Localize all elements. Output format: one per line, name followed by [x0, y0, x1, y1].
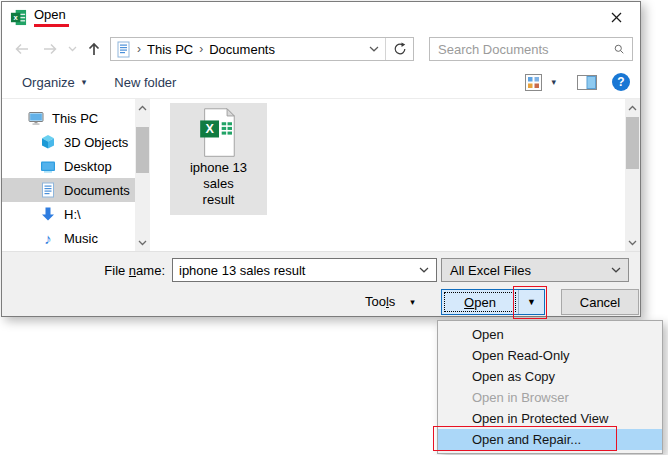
open-dropdown-menu: Open Open Read-Only Open as Copy Open in…: [437, 320, 663, 454]
file-type-value: All Excel Files: [442, 263, 611, 278]
tools-caret-icon: ▾: [410, 297, 415, 307]
forward-arrow-icon: [42, 41, 58, 57]
tools-button[interactable]: Tools ▾: [365, 294, 415, 309]
address-bar[interactable]: › This PC › Documents: [110, 37, 414, 61]
excel-app-icon: x: [10, 9, 27, 26]
menu-item-open[interactable]: Open: [438, 324, 662, 345]
sidebar-label: Music: [64, 231, 98, 246]
views-caret-icon[interactable]: ▾: [551, 77, 556, 87]
screenshot-canvas: x Open: [0, 0, 668, 455]
file-name-label: iphone 13 sales result: [190, 160, 247, 208]
scroll-down-icon[interactable]: [135, 235, 150, 250]
sidebar-item-desktop[interactable]: Desktop: [2, 154, 135, 178]
tools-label: Tools: [365, 294, 395, 309]
dialog-footer: File name: All Excel Files Tools ▾: [2, 251, 640, 316]
scroll-up-icon[interactable]: [625, 100, 640, 115]
menu-item-open-in-protected-view[interactable]: Open in Protected View: [438, 408, 662, 429]
excel-file-icon: X: [197, 107, 241, 159]
menu-item-open-in-browser: Open in Browser: [438, 387, 662, 408]
window-title: Open: [34, 7, 69, 27]
svg-text:X: X: [205, 122, 214, 136]
refresh-icon: [393, 42, 407, 56]
close-icon: [611, 12, 622, 23]
tiles-view-icon[interactable]: [525, 74, 542, 91]
file-list-scrollbar[interactable]: [625, 99, 640, 251]
caret-down-icon: ▾: [82, 77, 87, 87]
preview-pane-icon[interactable]: [577, 75, 597, 90]
file-list-area: X iphone 13 sales result: [150, 99, 640, 251]
scroll-up-icon[interactable]: [135, 100, 150, 115]
sidebar-item-this-pc[interactable]: This PC: [2, 106, 135, 130]
breadcrumb-separator: ›: [199, 42, 203, 56]
organize-button[interactable]: Organize ▾: [22, 75, 86, 90]
sidebar-item-3d-objects[interactable]: 3D Objects: [2, 130, 135, 154]
sidebar-label: H:\: [64, 207, 81, 222]
new-folder-label: New folder: [114, 75, 176, 90]
command-toolbar: Organize ▾ New folder ▾: [2, 66, 640, 99]
sidebar-label: Documents: [64, 183, 130, 198]
sidebar-scrollbar[interactable]: [135, 99, 150, 251]
navigation-bar: › This PC › Documents: [2, 32, 640, 66]
help-icon: ?: [617, 75, 624, 89]
sidebar-label: Desktop: [64, 159, 112, 174]
menu-arrow-icon: ▼: [527, 297, 536, 307]
menu-item-open-as-copy[interactable]: Open as Copy: [438, 366, 662, 387]
sidebar-item-documents[interactable]: Documents: [2, 178, 135, 202]
up-button[interactable]: [86, 41, 102, 57]
scroll-down-icon[interactable]: [625, 235, 640, 250]
up-arrow-icon: [86, 41, 102, 57]
scrollbar-thumb[interactable]: [626, 117, 639, 169]
file-type-dropdown-icon: [611, 267, 621, 273]
back-arrow-icon: [14, 41, 30, 57]
file-name-field-label: File name:: [2, 263, 165, 278]
new-folder-button[interactable]: New folder: [114, 75, 176, 90]
menu-item-open-and-repair[interactable]: Open and Repair...: [438, 429, 662, 450]
title-bar: x Open: [2, 2, 640, 32]
scrollbar-thumb[interactable]: [136, 127, 149, 173]
navigation-pane: This PC 3D Objects Des: [2, 99, 150, 251]
menu-item-open-read-only[interactable]: Open Read-Only: [438, 345, 662, 366]
breadcrumb-documents[interactable]: Documents: [209, 42, 275, 57]
file-name-dropdown-icon[interactable]: [419, 267, 429, 273]
search-icon[interactable]: [614, 42, 624, 56]
close-button[interactable]: [594, 3, 639, 31]
sidebar-label: 3D Objects: [64, 135, 128, 150]
cancel-label: Cancel: [580, 295, 620, 310]
open-button[interactable]: Open: [442, 290, 518, 314]
open-dropdown-button[interactable]: ▼: [519, 290, 544, 314]
breadcrumb-this-pc[interactable]: This PC: [147, 42, 193, 57]
address-dropdown-icon[interactable]: [369, 46, 379, 52]
file-type-dropdown[interactable]: All Excel Files: [441, 258, 629, 282]
cancel-button[interactable]: Cancel: [561, 289, 639, 315]
folder-document-icon: [116, 41, 131, 58]
sidebar-item-h-drive[interactable]: H:\: [2, 202, 135, 226]
view-controls: ▾ ?: [525, 73, 630, 91]
forward-button[interactable]: [42, 41, 58, 57]
sidebar-item-music[interactable]: ♪ Music: [2, 226, 135, 250]
open-split-button: Open ▼: [441, 289, 545, 315]
open-dialog: x Open: [1, 1, 641, 317]
sidebar-label: This PC: [52, 111, 98, 126]
breadcrumb-separator: ›: [137, 42, 141, 56]
down-arrow-drive-icon: [40, 206, 56, 222]
music-note-icon: ♪: [40, 230, 56, 247]
organize-label: Organize: [22, 75, 75, 90]
back-button[interactable]: [14, 41, 30, 57]
file-item-iphone-13-sales-result[interactable]: X iphone 13 sales result: [170, 103, 267, 215]
chevron-down-icon: [68, 46, 77, 52]
refresh-button[interactable]: [386, 38, 413, 60]
help-button[interactable]: ?: [612, 73, 630, 91]
search-box: [429, 37, 633, 61]
document-icon: [40, 182, 56, 198]
file-name-input[interactable]: [173, 263, 419, 278]
3d-cube-icon: [40, 134, 56, 150]
search-input[interactable]: [430, 42, 614, 57]
open-button-label: Open: [464, 295, 496, 310]
recent-locations-button[interactable]: [67, 41, 77, 57]
dialog-body: This PC 3D Objects Des: [2, 99, 640, 251]
file-name-combobox: [172, 258, 437, 282]
desktop-icon: [40, 158, 56, 174]
pc-icon: [28, 110, 44, 126]
